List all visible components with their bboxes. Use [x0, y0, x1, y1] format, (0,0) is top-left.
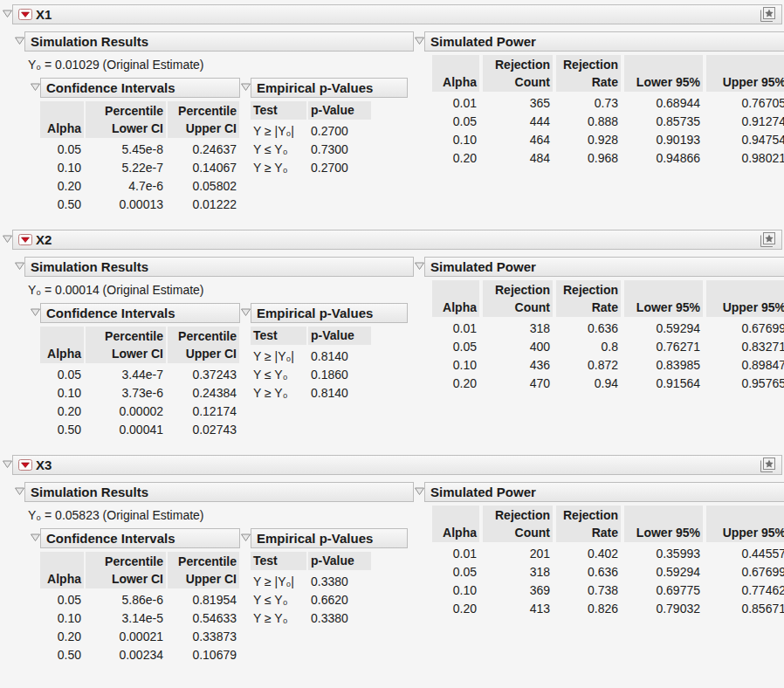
table-cell: 0.37243	[168, 366, 239, 384]
collapse-triangle-icon[interactable]	[240, 528, 251, 541]
table-cell: 0.44557	[706, 545, 784, 563]
table-cell: 0.2700	[308, 159, 371, 177]
table-cell: 0.33873	[168, 628, 239, 646]
table-cell: 0.3380	[308, 573, 371, 591]
section-header-bar[interactable]: X2	[12, 230, 782, 250]
simulated-power-table: AlphaRejectionCountRejectionRateLower 95…	[432, 280, 784, 393]
table-cell: 5.22e-7	[86, 159, 166, 177]
table-cell: 0.35993	[624, 545, 703, 563]
table-cell: 0.826	[556, 600, 621, 618]
table-cell: 0.01222	[168, 196, 239, 214]
table-cell: 0.02743	[168, 421, 239, 439]
table-cell: 0.59294	[624, 563, 703, 581]
table-cell: 0.83271	[706, 338, 784, 356]
confidence-intervals-panel: Confidence Intervals AlphaPercentileLowe…	[30, 303, 240, 439]
table-cell: Y ≥ |Y₀|	[251, 122, 306, 141]
empirical-p-values-header-bar[interactable]: Empirical p-Values	[251, 303, 408, 323]
collapse-triangle-icon[interactable]	[30, 303, 40, 316]
simulated-power-header-bar[interactable]: Simulated Power	[424, 31, 784, 52]
table-cell: 0.8	[556, 338, 621, 356]
collapse-triangle-icon[interactable]	[414, 482, 424, 495]
red-triangle-menu-icon[interactable]	[18, 9, 32, 20]
collapse-triangle-icon[interactable]	[14, 31, 24, 45]
section-body: Simulation Results Y₀ = 0.00014 (Origina…	[2, 257, 782, 439]
table-cell: 0.59294	[624, 320, 703, 338]
column-header: Lower 95%	[624, 280, 703, 317]
table-cell: Y ≤ Y₀	[251, 591, 306, 609]
section-x1: X1 Simulation Results Y₀ = 0.01029 (Orig…	[2, 4, 782, 214]
collapse-triangle-icon[interactable]	[2, 455, 12, 468]
empirical-p-values-header-bar[interactable]: Empirical p-Values	[251, 528, 408, 548]
jmp-report: X1 Simulation Results Y₀ = 0.01029 (Orig…	[0, 0, 784, 664]
table-cell: 0.20	[40, 177, 84, 196]
table-cell: 0.968	[556, 149, 621, 168]
confidence-intervals-panel: Confidence Intervals AlphaPercentileLowe…	[30, 78, 240, 214]
simulation-results-header-bar[interactable]: Simulation Results	[24, 257, 414, 277]
bookmark-star-icon[interactable]	[759, 6, 776, 23]
collapse-triangle-icon[interactable]	[414, 31, 424, 45]
confidence-intervals-header-bar[interactable]: Confidence Intervals	[40, 303, 240, 323]
confidence-intervals-header-bar[interactable]: Confidence Intervals	[40, 78, 240, 98]
collapse-triangle-icon[interactable]	[240, 78, 251, 91]
table-cell: 0.928	[556, 131, 621, 149]
confidence-intervals-table: AlphaPercentileLower CIPercentileUpper C…	[40, 101, 240, 214]
table-cell: 0.8140	[308, 384, 371, 402]
column-header: RejectionCount	[483, 280, 553, 317]
collapse-triangle-icon[interactable]	[14, 257, 24, 270]
table-cell: 0.01	[432, 320, 479, 338]
table-cell: 464	[483, 131, 553, 149]
table-cell: 0.00021	[86, 628, 166, 646]
table-cell: 3.44e-7	[86, 366, 166, 384]
column-header: p-Value	[308, 552, 371, 570]
simulation-results-header-bar[interactable]: Simulation Results	[24, 31, 414, 52]
table-cell: 0.89847	[706, 356, 784, 375]
panel-title: Simulated Power	[430, 485, 536, 499]
table-cell: 0.24384	[168, 384, 239, 402]
table-cell: 0.69775	[624, 581, 703, 600]
section-header-bar[interactable]: X3	[12, 455, 782, 475]
table-cell: 0.6620	[308, 591, 371, 609]
red-triangle-menu-icon[interactable]	[18, 459, 32, 471]
table-cell: 0.20	[40, 402, 84, 421]
table-cell: 0.94	[556, 375, 621, 393]
column-header: Lower 95%	[624, 55, 703, 92]
table-cell: 369	[483, 581, 553, 600]
table-cell: 0.10	[40, 384, 84, 402]
simulated-power-header-bar[interactable]: Simulated Power	[424, 482, 784, 502]
table-cell: 0.05	[40, 591, 84, 609]
red-triangle-menu-icon[interactable]	[18, 234, 32, 245]
column-header: RejectionRate	[556, 55, 621, 92]
collapse-triangle-icon[interactable]	[2, 4, 12, 17]
table-cell: 413	[483, 600, 553, 618]
simulation-results-panel: Simulation Results Y₀ = 0.05823 (Origina…	[14, 482, 414, 664]
collapse-triangle-icon[interactable]	[414, 257, 424, 270]
simulated-power-header-bar[interactable]: Simulated Power	[424, 257, 784, 277]
collapse-triangle-icon[interactable]	[2, 230, 12, 243]
simulation-results-header-bar[interactable]: Simulation Results	[24, 482, 414, 502]
collapse-triangle-icon[interactable]	[30, 528, 40, 541]
table-cell: Y ≤ Y₀	[251, 141, 306, 159]
table-cell: 400	[483, 338, 553, 356]
table-cell: Y ≤ Y₀	[251, 366, 306, 384]
bookmark-star-icon[interactable]	[759, 231, 776, 248]
collapse-triangle-icon[interactable]	[14, 482, 24, 495]
collapse-triangle-icon[interactable]	[30, 78, 40, 91]
column-header: RejectionCount	[483, 506, 553, 542]
confidence-intervals-header-bar[interactable]: Confidence Intervals	[40, 528, 240, 548]
table-cell: 0.05	[40, 366, 84, 384]
table-cell: 4.7e-6	[86, 177, 166, 196]
confidence-intervals-panel: Confidence Intervals AlphaPercentileLowe…	[30, 528, 240, 664]
simulated-power-table: AlphaRejectionCountRejectionRateLower 95…	[432, 55, 784, 168]
section-header-bar[interactable]: X1	[12, 4, 782, 24]
table-cell: 0.00041	[86, 421, 166, 439]
table-cell: 0.94754	[706, 131, 784, 149]
table-cell: 484	[483, 149, 553, 168]
empirical-p-values-header-bar[interactable]: Empirical p-Values	[251, 78, 408, 98]
column-header: Upper 95%	[706, 506, 784, 542]
bookmark-star-icon[interactable]	[759, 457, 776, 473]
table-cell: 0.81954	[168, 591, 239, 609]
collapse-triangle-icon[interactable]	[240, 303, 251, 316]
column-header: Alpha	[432, 55, 479, 92]
table-cell: 0.636	[556, 563, 621, 581]
panel-title: Simulated Power	[430, 259, 536, 274]
